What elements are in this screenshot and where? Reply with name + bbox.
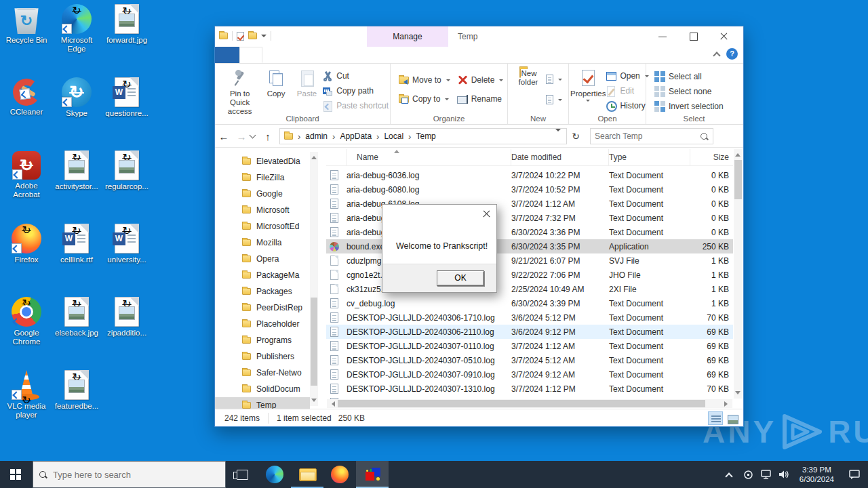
scroll-up-icon[interactable] xyxy=(735,150,741,157)
column-header-name[interactable]: Name xyxy=(347,149,511,166)
desktop-icon[interactable]: ↻ celllink.rtf xyxy=(52,224,102,297)
scroll-down-icon[interactable] xyxy=(735,391,741,397)
show-hidden-icons-chevron-icon[interactable] xyxy=(725,472,732,480)
properties-qat-icon[interactable] xyxy=(237,32,244,41)
task-view-button[interactable] xyxy=(226,461,258,488)
taskbar-file-explorer-button[interactable] xyxy=(291,461,323,488)
nav-item[interactable]: Programs xyxy=(215,332,310,348)
nav-item[interactable]: Publishers xyxy=(215,348,310,365)
taskbar-search-input[interactable] xyxy=(53,470,220,480)
file-row[interactable]: DESKTOP-JGLLJLD-20240306-1710.log 3/6/20… xyxy=(326,310,733,325)
breadcrumb-item[interactable]: admin xyxy=(305,131,328,141)
scroll-right-icon[interactable] xyxy=(724,401,730,407)
file-row[interactable]: aria-debug-6080.log 3/7/2024 10:52 PM Te… xyxy=(326,182,733,197)
ribbon-tab[interactable] xyxy=(262,47,284,63)
file-row[interactable]: DESKTOP-JGLLJLD-20240307-0510.log 3/7/20… xyxy=(326,353,733,367)
cut-button[interactable]: Cut xyxy=(322,68,389,83)
history-button[interactable]: History xyxy=(606,98,648,113)
new-folder-qat-icon[interactable] xyxy=(248,33,257,39)
file-list-horizontal-scrollbar[interactable] xyxy=(327,399,732,408)
nav-scrollbar[interactable] xyxy=(310,152,318,406)
taskbar-clock[interactable]: 3:39 PM 6/30/2024 xyxy=(793,465,841,484)
tray-tool-icon[interactable] xyxy=(740,469,757,481)
desktop-icon[interactable]: ↻ questionre... xyxy=(102,77,152,150)
desktop-icon[interactable]: ↻ Microsoft Edge xyxy=(52,4,102,77)
nav-item[interactable]: Safer-Netwo xyxy=(215,365,310,381)
nav-item[interactable]: PeerDistRep xyxy=(215,300,310,316)
edit-button[interactable]: Edit xyxy=(606,83,648,98)
taskbar-firefox-button[interactable] xyxy=(323,461,356,488)
volume-icon[interactable] xyxy=(775,469,793,480)
forward-button[interactable]: → xyxy=(233,131,250,142)
copy-path-button[interactable]: Copy path xyxy=(322,83,389,98)
collapse-ribbon-chevron-icon[interactable] xyxy=(713,52,720,59)
breadcrumb-item[interactable]: Temp xyxy=(416,131,435,141)
nav-item[interactable]: SolidDocum xyxy=(215,381,310,397)
file-row[interactable]: aria-debug-6036.log 3/7/2024 10:22 PM Te… xyxy=(326,168,733,182)
desktop-icon[interactable]: ↻ forwardt.jpg xyxy=(102,4,152,77)
search-input[interactable] xyxy=(595,131,700,141)
close-button[interactable] xyxy=(709,26,739,45)
ok-button[interactable]: OK xyxy=(437,270,484,286)
desktop-icon[interactable]: ↻ zipadditio... xyxy=(102,297,152,370)
nav-scrollbar-thumb[interactable] xyxy=(311,298,317,386)
back-button[interactable]: ← xyxy=(215,131,233,142)
nav-item[interactable]: Microsoft xyxy=(215,202,310,218)
ribbon-tab[interactable] xyxy=(239,47,262,63)
start-button[interactable] xyxy=(0,461,33,488)
scroll-left-icon[interactable] xyxy=(329,401,335,407)
nav-item[interactable]: MicrosoftEd xyxy=(215,218,310,235)
nav-item[interactable]: FileZilla xyxy=(215,169,310,186)
desktop-icon[interactable]: ↻ regularcop... xyxy=(102,150,152,224)
up-button[interactable]: ↑ xyxy=(259,131,277,142)
column-header-type[interactable]: Type xyxy=(609,149,690,166)
paste-shortcut-button[interactable]: Paste shortcut xyxy=(322,98,389,113)
file-list-vertical-scrollbar[interactable] xyxy=(734,149,743,399)
column-header-size[interactable]: Size xyxy=(690,149,732,166)
desktop-icon[interactable]: ↻ Skype xyxy=(52,77,102,150)
nav-item[interactable]: Placeholder xyxy=(215,316,310,332)
scroll-up-icon[interactable] xyxy=(311,153,317,159)
breadcrumb-item[interactable]: AppData xyxy=(340,131,372,141)
open-button[interactable]: Open xyxy=(606,68,648,83)
title-bar[interactable]: Manage Temp xyxy=(215,26,743,47)
file-row[interactable]: DESKTOP-JGLLJLD-20240306-2110.log 3/6/20… xyxy=(326,325,733,339)
network-icon[interactable] xyxy=(757,469,775,480)
desktop-icon[interactable]: ↻ elseback.jpg xyxy=(52,297,102,370)
nav-item[interactable]: PackageMa xyxy=(215,267,310,283)
nav-item[interactable]: Packages xyxy=(215,283,310,300)
file-row[interactable]: DESKTOP-JGLLJLD-20240307-0110.log 3/7/20… xyxy=(326,339,733,353)
delete-button[interactable]: Delete xyxy=(457,73,504,87)
large-icons-view-button[interactable] xyxy=(724,411,739,425)
easy-access-button[interactable] xyxy=(546,92,562,107)
address-dropdown-chevron-icon[interactable] xyxy=(555,129,561,144)
file-row[interactable]: DESKTOP-JGLLJLD-20240307-1310.log 3/7/20… xyxy=(326,382,733,396)
recent-locations-chevron-icon[interactable] xyxy=(250,132,256,139)
scroll-down-icon[interactable] xyxy=(311,399,317,405)
invert-selection-button[interactable]: Invert selection xyxy=(654,99,742,114)
nav-item[interactable]: Temp xyxy=(215,397,310,409)
desktop-icon[interactable]: ↻ activitystor... xyxy=(52,150,102,224)
breadcrumb-item[interactable]: Local xyxy=(384,131,403,141)
file-row[interactable]: cv_debug.log 6/30/2024 3:39 PM Text Docu… xyxy=(326,296,733,310)
nav-item[interactable]: ElevatedDia xyxy=(215,153,310,169)
rename-button[interactable]: Rename xyxy=(457,92,504,106)
select-none-button[interactable]: Select none xyxy=(654,84,742,99)
move-to-button[interactable]: Move to xyxy=(399,73,450,87)
select-all-button[interactable]: Select all xyxy=(654,69,742,84)
file-row[interactable]: DESKTOP-JGLLJLD-20240307-0910.log 3/7/20… xyxy=(326,367,733,382)
desktop-icon[interactable]: ↻ Adobe Acrobat xyxy=(1,150,52,224)
details-view-button[interactable] xyxy=(708,411,723,425)
maximize-button[interactable] xyxy=(678,26,709,45)
ribbon-tab[interactable] xyxy=(215,47,239,63)
nav-item[interactable]: Mozilla xyxy=(215,235,310,251)
action-center-button[interactable] xyxy=(841,469,868,480)
nav-item[interactable]: Google xyxy=(215,186,310,202)
nav-item[interactable]: Opera xyxy=(215,251,310,267)
desktop-icon[interactable]: ↻ university... xyxy=(102,224,152,297)
column-header-date-modified[interactable]: Date modified xyxy=(511,149,609,166)
help-button[interactable]: ? xyxy=(726,48,738,60)
new-item-button[interactable] xyxy=(546,72,562,87)
address-box[interactable]: › admin › AppData › Local › Temp xyxy=(279,128,567,144)
desktop-icon[interactable]: ↻ Google Chrome xyxy=(1,297,52,370)
